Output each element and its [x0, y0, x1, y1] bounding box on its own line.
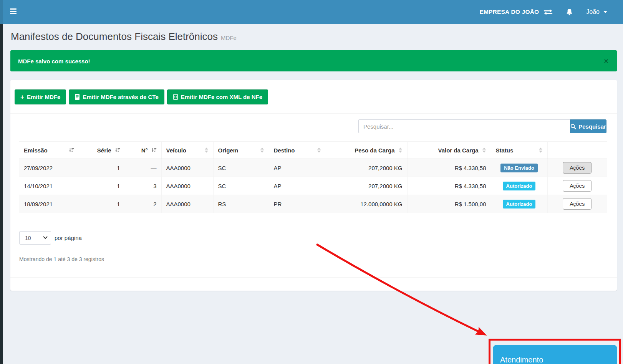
cell-emissao: 27/09/2022: [19, 159, 79, 177]
company-switcher[interactable]: EMPRESA DO JOÃO: [479, 8, 553, 15]
sort-both-icon: [317, 147, 321, 153]
table-row: 27/09/2022 1 — AAA0000 SC AP 207,2000 KG…: [19, 159, 607, 177]
top-navbar: EMPRESA DO JOÃO: [0, 0, 623, 24]
cell-peso: 207,2000 KG: [326, 159, 407, 177]
cell-destino: PR: [269, 195, 326, 213]
column-header-veiculo[interactable]: Veículo: [161, 142, 213, 159]
cell-numero: —: [125, 159, 161, 177]
file-text-icon: [75, 94, 80, 100]
emit-mdfe-button[interactable]: + Emitir MDFe: [15, 89, 66, 104]
per-page-label: por página: [55, 235, 82, 241]
emit-mdfe-xml-nfe-button[interactable]: Emitir MDFe com XML de NFe: [167, 89, 268, 104]
cell-numero: 3: [125, 177, 161, 195]
caret-down-icon: [603, 10, 608, 13]
file-code-icon: [173, 94, 178, 100]
page-title: Manifestos de Documentos Fiscais Eletrôn…: [11, 31, 237, 43]
alert-message: MDFe salvo com sucesso!: [18, 58, 90, 64]
chat-widget-button[interactable]: Atendimento: [493, 345, 617, 364]
sort-both-icon: [204, 147, 209, 153]
table-row: 18/09/2021 1 2 AAA0000 RS PR 12.000,0000…: [19, 195, 607, 213]
cell-numero: 2: [125, 195, 161, 213]
sort-both-icon: [538, 147, 543, 153]
cell-serie: 1: [79, 195, 125, 213]
sort-amount-desc-icon: [115, 147, 120, 153]
acoes-button[interactable]: Ações: [563, 180, 592, 192]
acoes-button[interactable]: Ações: [563, 162, 592, 174]
page-size-select[interactable]: 10: [19, 231, 51, 245]
cell-veiculo: AAA0000: [161, 177, 213, 195]
sort-amount-desc-icon: [69, 147, 74, 153]
table-header-row: Emissão Série N° Veículo Origem Destino …: [19, 142, 607, 159]
table-row: 14/10/2021 1 3 AAA0000 SC AP 207,2000 KG…: [19, 177, 607, 195]
search-input[interactable]: [358, 119, 570, 133]
card-header-divider: [10, 113, 617, 114]
cell-serie: 1: [79, 177, 125, 195]
cell-destino: AP: [269, 177, 326, 195]
status-badge: Autorizado: [503, 182, 536, 190]
cell-valor: R$ 4.330,58: [407, 177, 491, 195]
notifications-button[interactable]: [566, 8, 573, 16]
column-header-serie[interactable]: Série: [79, 142, 125, 159]
success-alert: MDFe salvo com sucesso! ×: [10, 50, 617, 71]
column-header-destino[interactable]: Destino: [269, 142, 326, 159]
page-title-text: Manifestos de Documentos Fiscais Eletrôn…: [11, 31, 218, 42]
cell-peso: 12.000,0000 KG: [326, 195, 407, 213]
column-header-numero[interactable]: N°: [125, 142, 161, 159]
records-summary: Mostrando de 1 até 3 de 3 registros: [19, 256, 104, 262]
cell-emissao: 18/09/2021: [19, 195, 79, 213]
column-header-valor[interactable]: Valor da Carga: [407, 142, 491, 159]
user-name: João: [586, 8, 600, 15]
status-badge: Autorizado: [503, 200, 536, 208]
emit-mdfe-cte-button[interactable]: Emitir MDFe através de CTe: [69, 89, 164, 104]
cell-origem: SC: [213, 159, 269, 177]
plus-icon: +: [20, 94, 24, 100]
bell-icon: [566, 8, 573, 16]
mdfe-list-card: + Emitir MDFe Emitir MDFe através de CTe: [10, 80, 617, 291]
cell-veiculo: AAA0000: [161, 195, 213, 213]
cell-origem: SC: [213, 177, 269, 195]
navbar-logo-strip: [0, 0, 3, 24]
company-name: EMPRESA DO JOÃO: [479, 8, 539, 15]
sort-both-icon: [260, 147, 264, 153]
app-root: EMPRESA DO JOÃO: [0, 0, 623, 364]
hamburger-icon: [8, 8, 18, 14]
toolbar: + Emitir MDFe Emitir MDFe através de CTe: [15, 89, 268, 104]
sidebar-toggle-button[interactable]: [8, 8, 18, 16]
user-menu[interactable]: João: [586, 8, 608, 15]
collapsed-sidebar[interactable]: [0, 24, 3, 364]
card-footer-divider: [10, 277, 617, 278]
mdfe-table: Emissão Série N° Veículo Origem Destino …: [19, 141, 607, 213]
column-header-peso[interactable]: Peso da Carga: [326, 142, 407, 159]
cell-valor: R$ 1.500,00: [407, 195, 491, 213]
cell-origem: RS: [213, 195, 269, 213]
cell-destino: AP: [269, 159, 326, 177]
column-header-status[interactable]: Status: [491, 142, 547, 159]
sort-amount-desc-icon: [151, 147, 157, 153]
page-title-tag: MDFe: [221, 35, 237, 41]
cell-serie: 1: [79, 159, 125, 177]
acoes-button[interactable]: Ações: [563, 198, 592, 210]
column-header-origem[interactable]: Origem: [213, 142, 269, 159]
cell-emissao: 14/10/2021: [19, 177, 79, 195]
swap-icon: [543, 9, 553, 15]
cell-valor: R$ 4.330,58: [407, 159, 491, 177]
search-icon: [570, 124, 576, 129]
alert-close-button[interactable]: ×: [604, 57, 608, 65]
cell-peso: 207,2000 KG: [326, 177, 407, 195]
sort-both-icon: [482, 147, 486, 153]
sort-both-icon: [398, 147, 403, 153]
search-button[interactable]: Pesquisar: [570, 119, 606, 133]
column-header-emissao[interactable]: Emissão: [19, 142, 79, 159]
cell-veiculo: AAA0000: [161, 159, 213, 177]
status-badge: Não Enviado: [500, 164, 538, 172]
column-header-actions: [547, 142, 607, 159]
